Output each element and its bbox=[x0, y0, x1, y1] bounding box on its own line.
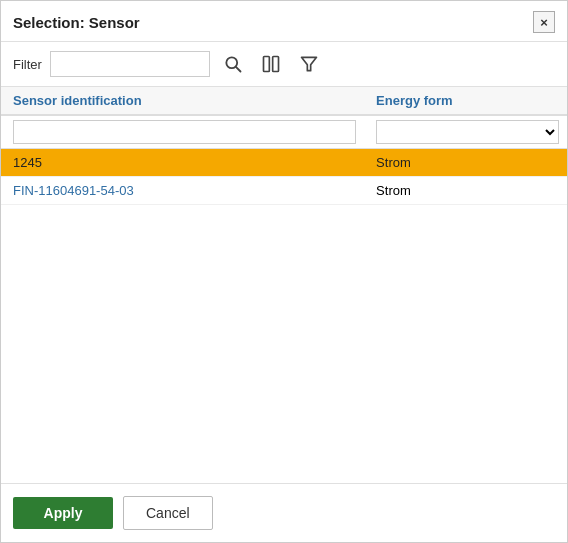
filter-input[interactable] bbox=[50, 51, 210, 77]
close-button[interactable]: × bbox=[533, 11, 555, 33]
sensor-id-link[interactable]: FIN-11604691-54-03 bbox=[13, 183, 134, 198]
search-icon bbox=[223, 54, 243, 74]
svg-marker-4 bbox=[301, 57, 316, 70]
columns-button[interactable] bbox=[256, 50, 286, 78]
footer: Apply Cancel bbox=[1, 484, 567, 542]
svg-line-1 bbox=[236, 67, 241, 72]
dialog-title: Selection: Sensor bbox=[13, 14, 140, 31]
table-container: Sensor identification Energy form Strom bbox=[1, 87, 567, 484]
energy-form-filter-cell: Strom bbox=[364, 115, 567, 149]
energy-form-cell: Strom bbox=[364, 177, 567, 205]
column-header-sensor-id: Sensor identification bbox=[1, 87, 364, 115]
dialog-header: Selection: Sensor × bbox=[1, 1, 567, 42]
sensor-id-cell: 1245 bbox=[1, 149, 364, 177]
columns-icon bbox=[261, 54, 281, 74]
column-header-row: Sensor identification Energy form bbox=[1, 87, 567, 115]
sensor-id-filter-cell bbox=[1, 115, 364, 149]
table-body: 1245StromFIN-11604691-54-03Strom bbox=[1, 149, 567, 205]
apply-button[interactable]: Apply bbox=[13, 497, 113, 529]
sensor-id-cell: FIN-11604691-54-03 bbox=[1, 177, 364, 205]
energy-form-cell: Strom bbox=[364, 149, 567, 177]
sensor-id-filter-input[interactable] bbox=[13, 120, 356, 144]
filter-row: Filter bbox=[1, 42, 567, 87]
filter-icon bbox=[299, 54, 319, 74]
filter-label: Filter bbox=[13, 57, 42, 72]
sensor-table: Sensor identification Energy form Strom bbox=[1, 87, 567, 205]
table-row[interactable]: 1245Strom bbox=[1, 149, 567, 177]
column-header-energy-form: Energy form bbox=[364, 87, 567, 115]
filter-button[interactable] bbox=[294, 50, 324, 78]
svg-rect-3 bbox=[273, 57, 279, 72]
table-row[interactable]: FIN-11604691-54-03Strom bbox=[1, 177, 567, 205]
svg-rect-2 bbox=[263, 57, 269, 72]
cancel-button[interactable]: Cancel bbox=[123, 496, 213, 530]
selection-dialog: Selection: Sensor × Filter bbox=[0, 0, 568, 543]
search-button[interactable] bbox=[218, 50, 248, 78]
energy-form-filter-select[interactable]: Strom bbox=[376, 120, 559, 144]
column-filter-row: Strom bbox=[1, 115, 567, 149]
